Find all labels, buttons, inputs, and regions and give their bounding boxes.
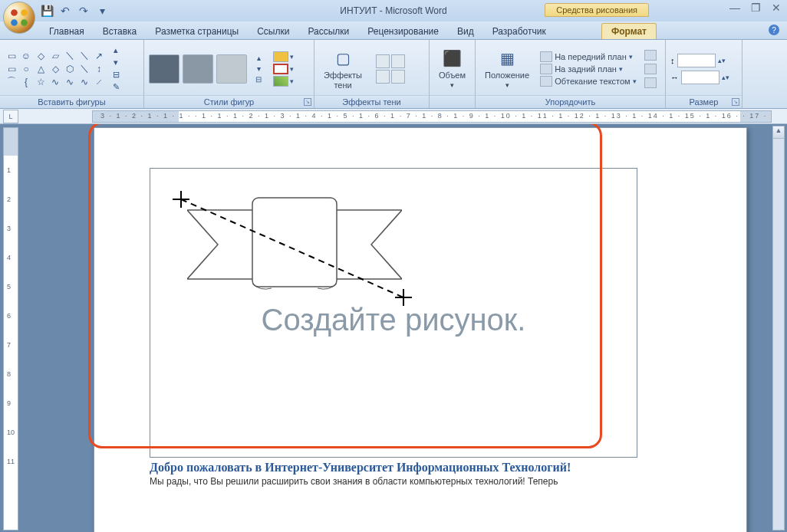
group-button[interactable] (644, 64, 657, 74)
height-field-row: ↕▴▾ (670, 54, 729, 67)
tab-review[interactable]: Рецензирование (358, 24, 448, 39)
ribbon-shape[interactable] (187, 195, 402, 294)
save-icon[interactable]: 💾 (40, 4, 54, 18)
bring-to-front-button[interactable]: На передний план ▾ (540, 51, 637, 62)
redo-icon[interactable]: ↷ (77, 4, 91, 18)
position-button[interactable]: ▦ Положение▾ (480, 46, 534, 91)
tab-format[interactable]: Формат (601, 23, 657, 39)
shape-outline-button[interactable]: ▾ (273, 64, 294, 74)
group-arrange: Упорядочить (476, 95, 665, 108)
shadow-nudge-up[interactable] (376, 54, 390, 68)
ribbon: ▭☺◇▱＼＼↗ ▭○△◇⬡＼↕ ⌒{☆∿∿∿⟋ ▴ ▾ ⊟ ✎ Вставить… (0, 40, 787, 109)
svg-point-3 (21, 19, 28, 26)
svg-point-2 (11, 19, 18, 26)
shadow-effects-button[interactable]: ▢ Эффекты тени (319, 46, 367, 90)
shadow-nudge-left[interactable] (376, 70, 390, 84)
close-button[interactable]: ✕ (772, 2, 781, 14)
height-input[interactable] (677, 54, 716, 67)
shapes-row-up-icon[interactable]: ▴ (110, 45, 121, 56)
group-shadow-effects: Эффекты тени (314, 95, 429, 108)
tab-insert[interactable]: Вставка (94, 24, 147, 39)
send-to-back-button[interactable]: На задний план ▾ (540, 64, 637, 74)
svg-point-1 (21, 9, 28, 16)
shapes-row-down-icon[interactable]: ▾ (110, 57, 121, 68)
tab-selector[interactable]: L (3, 110, 18, 123)
horizontal-ruler[interactable]: 3 · 1 · 2 · 1 · 1 · 1 · · 1 · 1 · 1 · 2 … (92, 110, 772, 123)
scroll-up-button[interactable]: ▲ (773, 126, 784, 139)
office-button[interactable] (3, 2, 35, 34)
heading-welcome: Добро пожаловать в Интернет-Университет … (150, 461, 691, 475)
svg-marker-5 (333, 210, 402, 279)
align-button[interactable] (644, 50, 657, 61)
window-title: ИНТУИТ - Microsoft Word (340, 5, 446, 16)
tab-references[interactable]: Ссылки (248, 24, 298, 39)
help-icon[interactable]: ? (769, 25, 779, 35)
shapes-gallery[interactable]: ▭☺◇▱＼＼↗ ▭○△◇⬡＼↕ ⌒{☆∿∿∿⟋ (5, 50, 106, 88)
style-row-up-icon[interactable]: ▴ (253, 54, 264, 63)
edit-shape-icon[interactable]: ✎ (110, 82, 121, 93)
rotate-button[interactable] (644, 77, 657, 88)
shape-style-gallery[interactable] (149, 54, 247, 84)
text-wrapping-button[interactable]: Обтекание текстом ▾ (540, 76, 637, 87)
svg-marker-4 (187, 210, 256, 279)
drawing-canvas[interactable]: Создайте рисунок. (150, 168, 637, 458)
3d-effects-button[interactable]: ⬛ Объем▾ (434, 46, 470, 91)
ribbon-tabstrip: Главная Вставка Разметка страницы Ссылки… (0, 21, 787, 40)
document-page[interactable]: Создайте рисунок. Добро пожаловать в Инт… (94, 127, 747, 532)
context-tab-title: Средства рисования (545, 3, 649, 17)
shadow-nudge-right[interactable] (391, 54, 405, 68)
change-shape-button[interactable]: ▾ (273, 76, 294, 87)
maximize-button[interactable]: ❐ (751, 2, 761, 14)
tab-developer[interactable]: Разработчик (483, 24, 555, 39)
width-field-row: ↔▴▾ (670, 71, 729, 84)
tab-page-layout[interactable]: Разметка страницы (146, 24, 248, 39)
group-shape-styles: Стили фигур↘ (144, 95, 314, 108)
vertical-scrollbar[interactable]: ▲ (772, 126, 785, 530)
undo-icon[interactable]: ↶ (58, 4, 72, 18)
minimize-button[interactable]: — (729, 2, 740, 14)
style-more-icon[interactable]: ⊟ (253, 75, 264, 84)
vertical-ruler[interactable]: 1234567891011 (3, 127, 18, 530)
tab-mailings[interactable]: Рассылки (298, 24, 358, 39)
group-insert-shapes: Вставить фигуры (0, 95, 143, 108)
body-preview-text: Мы рады, что Вы решили расширить свои зн… (150, 476, 691, 487)
shapes-more-icon[interactable]: ⊟ (110, 70, 121, 80)
tab-home[interactable]: Главная (40, 24, 94, 39)
dialog-launcher-size-icon[interactable]: ↘ (732, 98, 739, 106)
svg-rect-6 (252, 198, 337, 287)
group-3d (430, 95, 475, 108)
shadow-nudge-down[interactable] (391, 70, 405, 84)
svg-point-0 (11, 9, 18, 16)
dialog-launcher-icon[interactable]: ↘ (304, 98, 311, 106)
draw-start-cursor (173, 191, 189, 208)
group-size: Размер↘ (666, 95, 742, 108)
qat-more-icon[interactable]: ▾ (95, 4, 109, 18)
width-input[interactable] (681, 71, 719, 84)
canvas-placeholder-text: Создайте рисунок. (262, 303, 526, 337)
shape-fill-button[interactable]: ▾ (273, 51, 294, 62)
draw-end-cursor (395, 289, 412, 306)
style-row-down-icon[interactable]: ▾ (253, 64, 264, 74)
tab-view[interactable]: Вид (448, 24, 483, 39)
